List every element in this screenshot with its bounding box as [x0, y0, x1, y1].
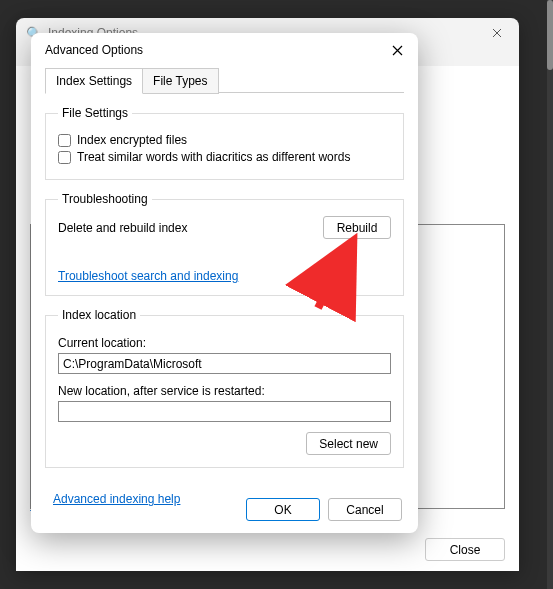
- current-location-label: Current location:: [58, 336, 391, 350]
- delete-rebuild-label: Delete and rebuild index: [58, 221, 187, 235]
- cancel-button[interactable]: Cancel: [328, 498, 402, 521]
- ok-button[interactable]: OK: [246, 498, 320, 521]
- file-settings-group: File Settings Index encrypted files Trea…: [45, 106, 404, 180]
- dialog-titlebar: Advanced Options: [31, 33, 418, 67]
- index-encrypted-row[interactable]: Index encrypted files: [58, 133, 391, 147]
- new-location-label: New location, after service is restarted…: [58, 384, 391, 398]
- current-location-field[interactable]: [58, 353, 391, 374]
- index-location-group: Index location Current location: New loc…: [45, 308, 404, 468]
- advanced-options-dialog: Advanced Options Index Settings File Typ…: [31, 33, 418, 533]
- parent-window-close-button[interactable]: [474, 18, 519, 48]
- dialog-title: Advanced Options: [45, 43, 143, 57]
- delete-rebuild-row: Delete and rebuild index Rebuild: [58, 216, 391, 239]
- index-location-legend: Index location: [58, 308, 140, 322]
- dialog-button-row: OK Cancel: [246, 498, 402, 521]
- new-location-field[interactable]: [58, 401, 391, 422]
- tab-strip: Index Settings File Types: [31, 67, 418, 94]
- close-icon: [392, 45, 403, 56]
- page-scrollbar-thumb[interactable]: [547, 0, 553, 70]
- index-encrypted-label: Index encrypted files: [77, 133, 187, 147]
- tab-panel-index-settings: File Settings Index encrypted files Trea…: [31, 94, 418, 492]
- select-new-button[interactable]: Select new: [306, 432, 391, 455]
- page-scrollbar-track: [547, 0, 553, 589]
- parent-close-button[interactable]: Close: [425, 538, 505, 561]
- index-encrypted-checkbox[interactable]: [58, 134, 71, 147]
- treat-diacritics-checkbox[interactable]: [58, 151, 71, 164]
- advanced-indexing-help-link[interactable]: Advanced indexing help: [53, 492, 180, 506]
- close-icon: [492, 28, 502, 38]
- troubleshoot-link[interactable]: Troubleshoot search and indexing: [58, 269, 238, 283]
- troubleshooting-group: Troubleshooting Delete and rebuild index…: [45, 192, 404, 296]
- tab-index-settings[interactable]: Index Settings: [45, 68, 143, 94]
- tab-file-types[interactable]: File Types: [143, 68, 218, 94]
- rebuild-button[interactable]: Rebuild: [323, 216, 391, 239]
- file-settings-legend: File Settings: [58, 106, 132, 120]
- dialog-close-button[interactable]: [382, 37, 412, 63]
- treat-diacritics-label: Treat similar words with diacritics as d…: [77, 150, 350, 164]
- treat-diacritics-row[interactable]: Treat similar words with diacritics as d…: [58, 150, 391, 164]
- troubleshooting-legend: Troubleshooting: [58, 192, 152, 206]
